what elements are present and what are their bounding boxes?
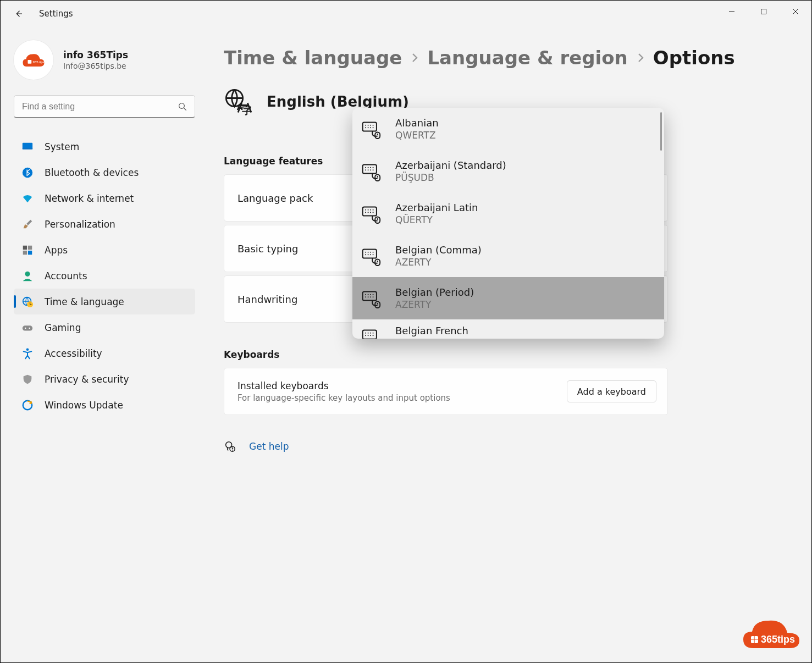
add-keyboard-button[interactable]: Add a keyboard	[567, 380, 656, 402]
layout-option-belgian-period[interactable]: Belgian (Period)AZERTY	[352, 277, 664, 319]
nav-personalization[interactable]: Personalization	[14, 211, 195, 237]
svg-rect-62	[363, 249, 377, 258]
svg-point-6	[179, 103, 185, 109]
nav-accounts[interactable]: Accounts	[14, 263, 195, 289]
svg-point-77	[373, 294, 374, 295]
svg-point-42	[368, 167, 369, 168]
svg-point-63	[365, 251, 366, 252]
nav-bluetooth[interactable]: Bluetooth & devices	[14, 159, 195, 185]
layout-option-albanian[interactable]: AlbanianQWERTZ	[352, 108, 664, 150]
keyboard-icon	[361, 119, 381, 139]
search-box[interactable]	[14, 95, 195, 118]
svg-point-43	[370, 167, 371, 168]
update-icon	[21, 399, 34, 411]
wifi-icon	[21, 192, 34, 205]
maximize-button[interactable]	[748, 1, 780, 23]
layout-name: Albanian	[395, 117, 439, 129]
nav-label: Accounts	[45, 270, 87, 281]
svg-point-31	[368, 124, 369, 125]
nav-system[interactable]: System	[14, 134, 195, 159]
layout-type: AZERTY	[395, 257, 482, 268]
svg-point-90	[368, 335, 369, 336]
svg-text:A: A	[237, 103, 243, 112]
svg-point-35	[368, 127, 369, 128]
svg-point-33	[373, 124, 374, 125]
paintbrush-icon	[21, 218, 34, 230]
svg-point-81	[373, 296, 374, 297]
nav-network[interactable]: Network & internet	[14, 185, 195, 211]
layout-type: AZERTY	[395, 338, 468, 339]
svg-point-92	[373, 335, 374, 336]
gamepad-icon	[21, 322, 34, 334]
nav-privacy[interactable]: Privacy & security	[14, 366, 195, 392]
layout-option-azerbaijani-standard[interactable]: Azerbaijani (Standard)PÜŞUDB	[352, 150, 664, 192]
shield-icon	[21, 373, 34, 385]
nav-accessibility[interactable]: Accessibility	[14, 340, 195, 366]
svg-point-86	[368, 333, 369, 334]
svg-point-59	[373, 212, 374, 213]
nav-label: Network & internet	[45, 193, 134, 204]
crumb-language-region[interactable]: Language & region	[427, 47, 627, 69]
minimize-button[interactable]	[716, 1, 748, 23]
svg-rect-9	[23, 148, 32, 149]
nav-apps[interactable]: Apps	[14, 237, 195, 263]
svg-point-88	[373, 333, 374, 334]
layout-type: QÜERTY	[395, 214, 478, 225]
window-controls	[716, 1, 811, 23]
svg-point-65	[370, 251, 371, 252]
nav-windows-update[interactable]: Windows Update	[14, 392, 195, 418]
scrollbar[interactable]	[660, 112, 662, 151]
svg-rect-71	[375, 259, 380, 266]
nav-label: System	[45, 141, 79, 152]
installed-keyboards-title: Installed keyboards	[237, 380, 450, 391]
svg-point-80	[370, 296, 371, 297]
sidebar: 365 tips info 365Tips Info@365tips.be Sy…	[1, 27, 204, 662]
svg-point-21	[26, 348, 29, 351]
layout-option-azerbaijani-latin[interactable]: Azerbaijani LatinQÜERTY	[352, 192, 664, 235]
back-icon[interactable]	[14, 9, 24, 19]
svg-rect-29	[363, 122, 377, 131]
nav-gaming[interactable]: Gaming	[14, 314, 195, 340]
svg-point-54	[370, 209, 371, 210]
svg-point-30	[365, 124, 366, 125]
layout-option-belgian-comma[interactable]: Belgian (Comma)AZERTY	[352, 235, 664, 277]
svg-point-79	[368, 296, 369, 297]
svg-point-56	[365, 212, 366, 213]
nav-time-language[interactable]: Time & language	[14, 289, 195, 314]
svg-rect-11	[23, 245, 27, 249]
search-icon	[178, 102, 187, 112]
layout-option-belgian-french[interactable]: Belgian FrenchAZERTY	[352, 319, 664, 339]
svg-point-47	[370, 169, 371, 170]
svg-point-10	[23, 167, 32, 177]
keyboard-icon	[361, 246, 381, 266]
svg-point-45	[365, 169, 366, 170]
layout-type: QWERTZ	[395, 130, 439, 141]
svg-point-37	[373, 127, 374, 128]
svg-point-58	[370, 212, 371, 213]
svg-point-67	[365, 254, 366, 255]
svg-point-87	[370, 333, 371, 334]
search-input[interactable]	[14, 95, 195, 118]
profile-email: Info@365tips.be	[63, 62, 128, 70]
avatar: 365 tips	[14, 40, 53, 80]
profile-name: info 365Tips	[63, 49, 128, 60]
svg-point-41	[365, 167, 366, 168]
app-title: Settings	[39, 9, 73, 19]
crumb-time-language[interactable]: Time & language	[224, 47, 402, 69]
svg-rect-38	[375, 132, 380, 139]
breadcrumb: Time & language Language & region Option…	[224, 47, 798, 69]
close-button[interactable]	[780, 1, 811, 23]
svg-point-57	[368, 212, 369, 213]
svg-point-85	[365, 333, 366, 334]
installed-keyboards-sub: For language-specific key layouts and in…	[237, 393, 450, 403]
svg-point-64	[368, 251, 369, 252]
svg-rect-4	[28, 60, 32, 64]
section-keyboards: Keyboards	[224, 349, 798, 360]
bluetooth-icon	[21, 167, 34, 179]
svg-rect-40	[363, 164, 377, 173]
nav-list: System Bluetooth & devices Network & int…	[14, 134, 195, 418]
profile-block[interactable]: 365 tips info 365Tips Info@365tips.be	[14, 40, 195, 80]
get-help-link[interactable]: Get help	[249, 441, 289, 452]
svg-point-89	[365, 335, 366, 336]
svg-rect-1	[761, 9, 766, 14]
